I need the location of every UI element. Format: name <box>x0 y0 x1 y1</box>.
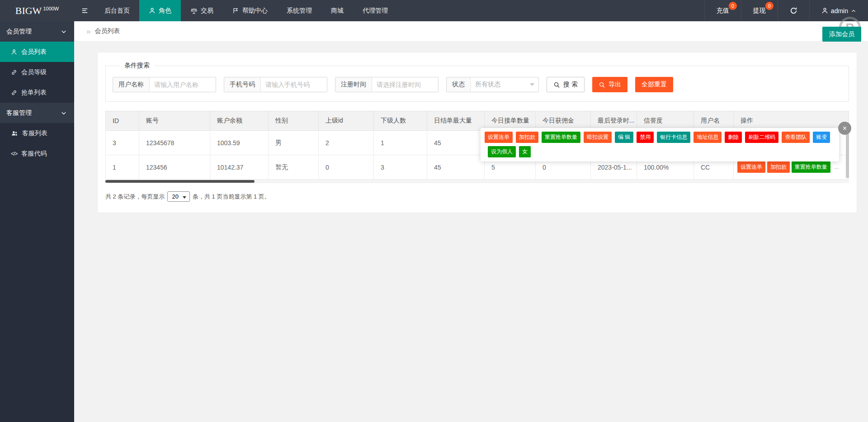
hamburger-icon <box>81 7 89 14</box>
vertical-scrollbar[interactable] <box>846 132 849 178</box>
refresh-button[interactable] <box>778 0 809 21</box>
add-deduct-button[interactable]: 加扣款 <box>516 132 538 143</box>
cell-daily-max: 45 <box>427 131 485 155</box>
scales-icon <box>190 7 198 14</box>
cell-balance: 1003.59 <box>210 131 269 155</box>
refresh-qrcode-button[interactable]: 刷新二维码 <box>745 132 778 143</box>
horizontal-scrollbar-thumb[interactable] <box>105 180 255 183</box>
cell-gender: 暂无 <box>269 155 319 180</box>
nav-item-help-center[interactable]: 帮助中心 <box>223 0 277 21</box>
set-fake-user-button[interactable]: 设为假人 <box>488 146 516 157</box>
close-icon[interactable]: × <box>838 122 851 135</box>
set-female-button[interactable]: 女 <box>519 146 531 157</box>
reset-grab-count-button[interactable]: 重置抢单数量 <box>792 161 830 173</box>
add-member-button[interactable]: 添加会员 <box>822 27 861 42</box>
nav-item-label: 代理管理 <box>363 7 388 15</box>
disable-button[interactable]: 禁用 <box>637 132 654 143</box>
more-actions-ellipsis: ... <box>834 163 839 170</box>
sidebar-item-label: 客服列表 <box>22 129 47 138</box>
person-icon <box>11 49 17 55</box>
status-field-group: 状态 所有状态 <box>446 77 539 92</box>
set-chain-order-button[interactable]: 设置连单 <box>485 132 513 143</box>
brand-logo: BIGW 1000W <box>0 0 74 21</box>
link-icon <box>11 69 17 76</box>
refresh-icon <box>790 7 797 14</box>
horizontal-scrollbar-track <box>105 180 849 183</box>
nav-item-system[interactable]: 系统管理 <box>277 0 321 21</box>
brand-name: BIGW <box>15 5 42 17</box>
status-select[interactable]: 所有状态 <box>471 77 538 92</box>
sidebar-item-service-list[interactable]: 客服列表 <box>0 123 74 143</box>
sidebar-section-service-mgmt[interactable]: 客服管理 <box>0 103 74 123</box>
col-header-account: 账号 <box>139 111 210 131</box>
nav-item-mall[interactable]: 商城 <box>321 0 353 21</box>
col-header-id: ID <box>106 111 139 131</box>
sidebar-item-member-level[interactable]: 会员等级 <box>0 62 74 82</box>
add-deduct-button[interactable]: 加扣款 <box>767 161 790 173</box>
withdraw-badge: 0 <box>765 2 774 10</box>
cell-parent-id: 0 <box>319 155 374 180</box>
account-change-button[interactable]: 账变 <box>813 132 830 143</box>
phone-input[interactable] <box>261 77 327 92</box>
bank-card-info-button[interactable]: 银行卡信息 <box>657 132 690 143</box>
cell-gender: 男 <box>269 131 319 155</box>
cell-id: 1 <box>106 155 139 180</box>
phone-field-group: 手机号码 <box>224 77 327 92</box>
export-button-label: 导出 <box>609 81 621 89</box>
person-icon <box>821 7 828 14</box>
edit-button[interactable]: 编 辑 <box>615 132 633 143</box>
withdraw-button[interactable]: 提现 0 <box>741 0 778 21</box>
regtime-field-group: 注册时间 <box>335 77 439 92</box>
top-navbar: BIGW 1000W 后台首页 角色 交易 帮助中心 系统管理 商城 代理管理 … <box>0 0 868 21</box>
user-menu[interactable]: admin <box>809 0 868 21</box>
regtime-field-label: 注册时间 <box>335 77 372 92</box>
chevron-down-icon <box>61 110 67 116</box>
main-content: » 会员列表 添加会员 条件搜索 用户名称 手机号码 注册时间 <box>74 21 868 422</box>
sidebar-item-member-list[interactable]: 会员列表 <box>0 42 74 62</box>
reset-all-button[interactable]: 全部重置 <box>635 77 673 92</box>
reset-grab-count-button[interactable]: 重置抢单数量 <box>542 132 580 143</box>
username-field-group: 用户名称 <box>113 77 216 92</box>
address-info-button[interactable]: 地址信息 <box>693 132 722 143</box>
cell-daily-max: 45 <box>427 155 485 180</box>
username-input[interactable] <box>150 77 216 92</box>
status-field-label: 状态 <box>447 77 471 92</box>
section-label: 客服管理 <box>6 109 32 117</box>
export-button[interactable]: 导出 <box>592 77 627 92</box>
chevron-down-icon <box>61 28 67 35</box>
cell-account: 12345678 <box>139 131 210 155</box>
sidebar-item-grab-order-list[interactable]: 抢单列表 <box>0 82 74 103</box>
page-title: 会员列表 <box>94 27 120 35</box>
sidebar-toggle-button[interactable] <box>74 0 95 21</box>
withdraw-label: 提现 <box>753 7 766 15</box>
username-field-label: 用户名称 <box>113 77 150 92</box>
person-icon <box>149 7 156 14</box>
sidebar-item-label: 抢单列表 <box>21 89 47 97</box>
link-icon <box>11 90 17 96</box>
regtime-input[interactable] <box>372 77 438 92</box>
cell-id: 3 <box>106 131 139 155</box>
col-header-parent-id: 上级id <box>319 111 374 131</box>
section-label: 会员管理 <box>6 28 32 36</box>
nav-item-roles[interactable]: 角色 <box>139 0 181 21</box>
hidden-deduct-settings-button[interactable]: 暗扣设置 <box>584 132 612 143</box>
nav-item-home[interactable]: 后台首页 <box>95 0 139 21</box>
nav-item-label: 帮助中心 <box>242 7 268 15</box>
nav-item-trade[interactable]: 交易 <box>181 0 223 21</box>
nav-item-agent[interactable]: 代理管理 <box>353 0 397 21</box>
search-button[interactable]: 搜 索 <box>547 77 585 92</box>
view-team-button[interactable]: 查看团队 <box>782 132 810 143</box>
chevron-up-icon <box>851 8 856 14</box>
delete-button[interactable]: 删除 <box>725 132 742 143</box>
page-size-select[interactable]: 20 <box>167 191 189 202</box>
cell-subordinates: 3 <box>374 155 427 180</box>
nav-right-group: 充值 0 提现 0 admin <box>704 0 868 21</box>
recharge-badge: 0 <box>729 2 737 10</box>
popup-actions-row-1: 设置连单 加扣款 重置抢单数量 暗扣设置 编 辑 禁用 银行卡信息 地址信息 删… <box>485 132 835 143</box>
recharge-button[interactable]: 充值 0 <box>704 0 741 21</box>
nav-item-label: 交易 <box>201 7 213 15</box>
set-chain-order-button[interactable]: 设置连单 <box>737 161 765 173</box>
sidebar-section-member-mgmt[interactable]: 会员管理 <box>0 21 74 42</box>
sidebar-item-service-code[interactable]: </> 客服代码 <box>0 143 74 164</box>
col-header-balance: 账户余额 <box>210 111 269 131</box>
